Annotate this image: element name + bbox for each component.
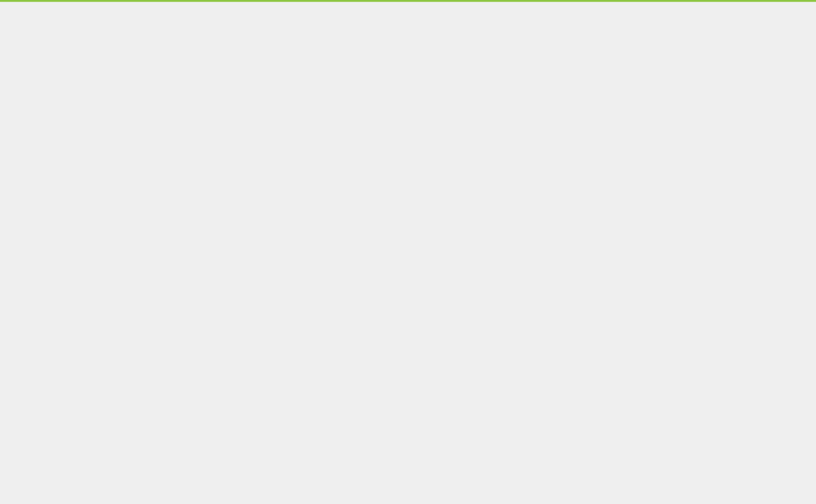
top-accent-line [0,0,816,2]
